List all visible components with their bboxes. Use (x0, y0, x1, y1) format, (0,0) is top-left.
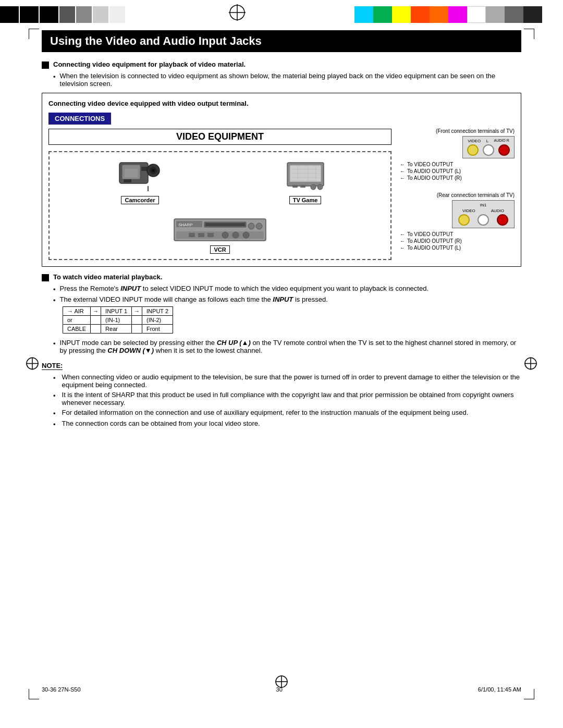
tvgame-illustration (285, 160, 326, 194)
front-terminal-connectors (465, 144, 512, 156)
rear-connector-yellow (458, 214, 470, 226)
front-connection-section: (Front connection terminals of TV) VIDEO… (400, 128, 515, 182)
rear-connector-red (497, 214, 508, 226)
flow-cell-empty1 (91, 316, 101, 325)
section1-bullet1: • When the television is connected to vi… (42, 72, 521, 88)
section2-header: To watch video material playback. (42, 273, 521, 281)
connector-yellow (467, 144, 479, 156)
svg-point-45 (232, 232, 239, 238)
diagram-left-panel: CONNECTIONS VIDEO EQUIPMENT (48, 113, 391, 260)
connector-red (498, 144, 510, 156)
rear-audio-label: AUDIO (491, 208, 504, 213)
input-flow-table: → AIR → INPUT 1 → INPUT 2 or (IN-1) (IN-… (63, 306, 521, 334)
flow-cell-air: → AIR (63, 307, 91, 316)
note-bullet-4: • (53, 421, 56, 428)
camcorder-label: Camcorder (121, 196, 158, 204)
rear-connection-section: (Rear connection terminals of TV) IN1 VI… (400, 192, 515, 252)
note-text-3: For detailed information on the connecti… (62, 409, 469, 416)
page-footer: 30-36 27N-S50 30 6/1/00, 11:45 AM (0, 686, 563, 693)
section2-bullet3-text: INPUT mode can be selected by pressing e… (60, 339, 521, 354)
top-decorative-bar (0, 0, 563, 25)
section1-header-text: Connecting video equipment for playback … (53, 60, 246, 68)
note-bullet-3: • (53, 410, 56, 417)
section2-bullet3: • INPUT mode can be selected by pressing… (42, 339, 521, 354)
tvgame-label: TV Game (289, 196, 322, 204)
swatch-gray (505, 6, 523, 23)
gray-block-3 (93, 6, 108, 23)
to-audio-l-1: ← To AUDIO OUTPUT (L) (400, 168, 515, 174)
rear-video-label: VIDEO (462, 208, 475, 213)
top-bar-center (136, 0, 339, 25)
swatch-yellow (392, 6, 411, 23)
rear-in1-label: IN1 (455, 203, 512, 207)
svg-point-44 (222, 232, 228, 238)
note-item-2: • It is the intent of SHARP that this pr… (53, 391, 521, 406)
rear-terminal: IN1 VIDEO AUDIO (452, 200, 515, 228)
to-audio-r-1: ← To AUDIO OUTPUT (R) (400, 175, 515, 181)
flow-cell-empty2 (132, 316, 142, 325)
to-audio-l-2: ← To AUDIO OUTPUT (L) (400, 245, 515, 251)
footer-left: 30-36 27N-S50 (42, 686, 81, 693)
vcr-container: SHARP (55, 215, 385, 254)
note-section: NOTE: • When connecting video or audio e… (42, 362, 521, 428)
to-audio-r-2: ← To AUDIO OUTPUT (R) (400, 238, 515, 244)
vcr-label: VCR (210, 245, 229, 254)
svg-point-9 (276, 676, 287, 687)
bullet-icon-3: • (53, 297, 56, 304)
diagram-box: Connecting video device equipped with vi… (42, 93, 521, 267)
black-block-2 (20, 6, 39, 23)
flow-row-3: CABLE Rear Front (63, 325, 173, 334)
section2-bullet1: • Press the Remote's INPUT to select VID… (42, 285, 521, 293)
section2-bullet1-text: Press the Remote's INPUT to select VIDEO… (60, 285, 429, 292)
connector-white (483, 144, 494, 156)
front-l-label: L (486, 139, 488, 143)
swatch-white (467, 6, 486, 23)
flow-arrow-1: → (91, 307, 101, 316)
note-text-4: The connection cords can be obtained fro… (62, 419, 260, 427)
flow-row-2: or (IN-1) (IN-2) (63, 316, 173, 325)
vcr-illustration: SHARP (173, 215, 267, 243)
front-audio-r-label: AUDIO R (494, 139, 509, 143)
svg-rect-30 (300, 185, 305, 188)
front-video-label: VIDEO (468, 139, 481, 143)
swatch-lightgray (486, 6, 505, 23)
note-item-1: • When connecting video or audio equipme… (53, 373, 521, 389)
tvgame-container: TV Game (285, 160, 326, 204)
note-items: • When connecting video or audio equipme… (53, 373, 521, 428)
note-text-2: It is the intent of SHARP that this prod… (62, 391, 521, 406)
input-flow-inner-table: → AIR → INPUT 1 → INPUT 2 or (IN-1) (IN-… (63, 306, 173, 334)
flow-cell-rear: Rear (101, 325, 132, 334)
svg-rect-42 (198, 233, 204, 237)
diagram-outer-title: Connecting video device equipped with vi… (48, 100, 515, 107)
to-video-output-1: ← To VIDEO OUTPUT (400, 162, 515, 167)
video-equipment-header: VIDEO EQUIPMENT (48, 129, 391, 145)
svg-rect-20 (125, 169, 138, 177)
camcorder-container: Camcorder (114, 157, 166, 204)
top-bar-right (339, 0, 563, 25)
diagram-right-panel: (Front connection terminals of TV) VIDEO… (400, 113, 515, 260)
note-header: NOTE: (42, 362, 63, 370)
swatch-cyan (354, 6, 373, 23)
svg-rect-29 (292, 185, 298, 188)
swatch-orange (430, 6, 448, 23)
bullet-icon-1: • (53, 73, 56, 81)
svg-point-39 (256, 223, 262, 229)
svg-point-17 (152, 169, 155, 172)
swatch-red (411, 6, 430, 23)
page-title: Using the Video and Audio Input Jacks (50, 34, 262, 47)
flow-cell-input1: INPUT 1 (101, 307, 132, 316)
flow-arrow-2: → (132, 307, 142, 316)
svg-rect-43 (207, 233, 214, 237)
svg-rect-18 (124, 179, 131, 182)
vcr-device: SHARP (173, 215, 267, 254)
devices-top-row: Camcorder (55, 157, 385, 204)
device-area: Camcorder (48, 151, 391, 260)
svg-text:SHARP: SHARP (178, 223, 193, 227)
rear-connector-white (478, 214, 489, 226)
gray-block-2 (76, 6, 92, 23)
section1-bullet-icon (42, 61, 49, 69)
svg-rect-14 (141, 167, 148, 171)
section2-bullet2-text: The external VIDEO INPUT mode will chang… (60, 295, 328, 303)
note-item-4: • The connection cords can be obtained f… (53, 419, 521, 428)
gray-block-1 (59, 6, 75, 23)
